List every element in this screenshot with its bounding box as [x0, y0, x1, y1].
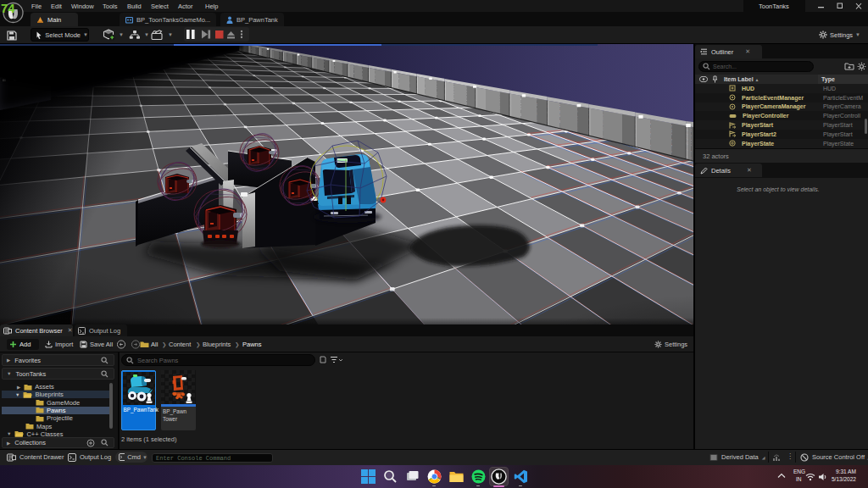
svg-text:74: 74: [1, 1, 15, 15]
